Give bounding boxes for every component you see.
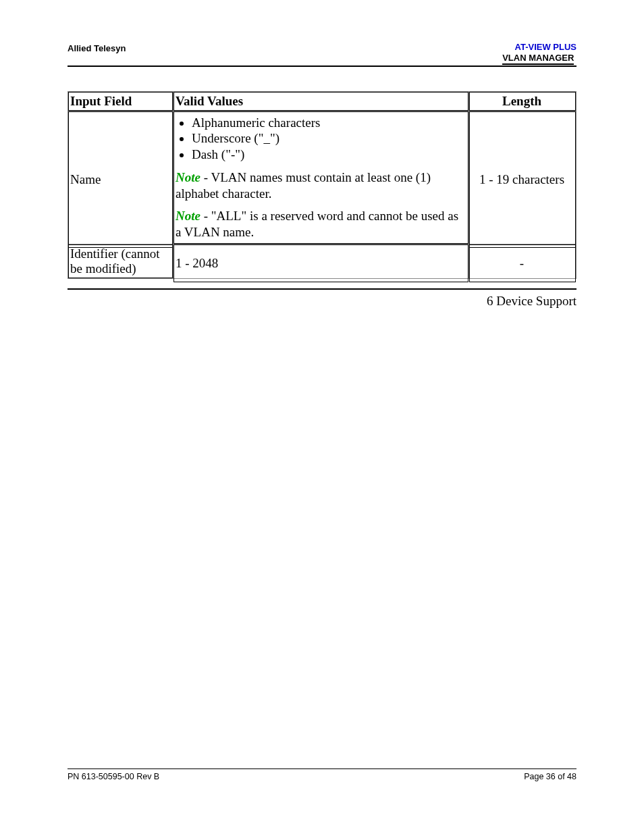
header-company: Allied Telesyn xyxy=(68,42,126,53)
cell-input-field: Identifier (cannot be modified) xyxy=(68,244,173,279)
note-text: - VLAN names must contain at least one (… xyxy=(176,170,431,201)
footer-page-number: Page 36 of 48 xyxy=(524,772,576,781)
page-header: Allied Telesyn AT-VIEW PLUS VLAN MANAGER xyxy=(68,42,576,67)
th-valid-values: Valid Values xyxy=(173,92,469,111)
header-product-line1: AT-VIEW PLUS xyxy=(502,42,576,53)
section-title: 6 Device Support xyxy=(68,294,576,309)
th-length: Length xyxy=(469,92,576,111)
section-divider xyxy=(68,288,576,290)
th-input-field: Input Field xyxy=(68,92,173,111)
list-item: Dash ("-") xyxy=(192,147,465,163)
note-label: Note xyxy=(176,170,200,184)
note-paragraph: Note - "ALL" is a reserved word and cann… xyxy=(176,208,465,240)
note-paragraph: Note - VLAN names must contain at least … xyxy=(176,170,465,202)
header-product-line2: VLAN MANAGER xyxy=(502,53,576,63)
list-item: Underscore ("_") xyxy=(192,130,465,147)
cell-input-field: Name xyxy=(68,111,173,244)
list-item: Alphanumeric characters xyxy=(192,115,465,131)
table-row: Name Alphanumeric characters Underscore … xyxy=(68,111,576,244)
cell-valid-values: 1 - 2048 xyxy=(173,244,469,279)
table-row: Identifier (cannot be modified) 1 - 2048… xyxy=(68,244,576,279)
cell-length: 1 - 19 characters xyxy=(469,111,576,244)
input-fields-table: Input Field Valid Values Length Name Alp… xyxy=(68,91,576,279)
valid-values-list: Alphanumeric characters Underscore ("_")… xyxy=(176,115,465,163)
note-label: Note xyxy=(176,209,200,223)
page-footer: PN 613-50595-00 Rev B Page 36 of 48 xyxy=(68,768,576,781)
note-text: - "ALL" is a reserved word and cannot be… xyxy=(176,209,458,239)
table-header-row: Input Field Valid Values Length xyxy=(68,92,576,111)
header-product: AT-VIEW PLUS VLAN MANAGER xyxy=(502,42,576,64)
cell-length: - xyxy=(469,244,576,279)
cell-valid-values: Alphanumeric characters Underscore ("_")… xyxy=(173,111,469,244)
footer-part-number: PN 613-50595-00 Rev B xyxy=(68,772,159,781)
